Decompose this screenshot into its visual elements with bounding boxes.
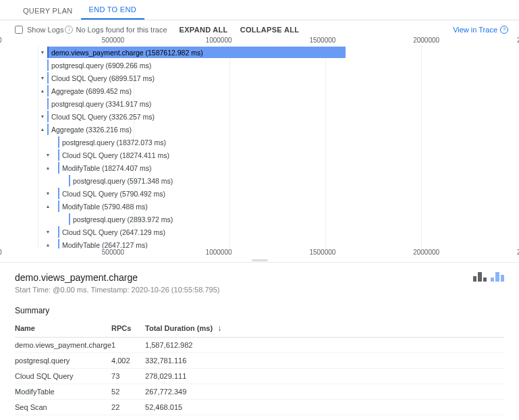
chevron-up-icon[interactable]: ▲ [40,127,45,132]
span-label: demo.views_payment.charge (1587612.982 m… [51,49,203,57]
span-bar[interactable]: Aggregate (3326.216 ms) [47,124,51,135]
show-logs-checkbox[interactable] [15,26,23,34]
span-row[interactable]: ▼Cloud SQL Query (6899.517 ms) [47,72,517,84]
timeline: ▼demo.views_payment.charge (1587612.982 … [38,46,517,248]
cell-name: ModifyTable [15,384,111,400]
span-bar[interactable]: ModifyTable (5790.488 ms) [58,201,62,212]
axis-tick: 1500000 [309,36,335,44]
cell-name: Aggregate [15,415,111,421]
axis-tick: 1000000 [206,36,232,44]
span-row[interactable]: ▼Cloud SQL Query (18274.411 ms) [47,149,517,161]
cell-name: postgresql.query [15,353,111,369]
chevron-up-icon[interactable]: ▲ [40,88,45,93]
span-label: Aggregate (6899.452 ms) [51,87,132,95]
span-row[interactable]: ▼demo.views_payment.charge (1587612.982 … [47,46,517,59]
table-row[interactable]: Cloud SQL Query73278,029.111 [15,369,504,384]
span-row[interactable]: postgresql.query (18372.073 ms) [47,136,517,149]
span-label: Cloud SQL Query (5790.492 ms) [62,190,165,198]
cell-total: 52,468.015 [145,400,504,415]
table-row[interactable]: postgresql.query4,002332,781.116 [15,353,504,369]
cell-name: Cloud SQL Query [15,369,111,384]
span-row[interactable]: ▲ModifyTable (5790.488 ms) [47,200,517,213]
view-in-trace-label: View in Trace [453,26,497,34]
chevron-up-icon[interactable]: ▲ [46,242,51,247]
span-row[interactable]: postgresql.query (2893.972 ms) [47,213,517,226]
cell-total: 278,029.111 [145,369,504,384]
axis-tick: 0 [0,36,2,44]
span-bar[interactable]: ModifyTable (18274.407 ms) [58,162,62,174]
view-in-trace-link[interactable]: View in Trace ? [453,26,508,34]
summary-table: Name RPCs Total Duration (ms) ↓ demo.vie… [15,319,504,420]
table-row[interactable]: ModifyTable52267,772.349 [15,384,504,400]
span-bar[interactable]: Cloud SQL Query (5790.492 ms) [58,188,62,199]
cell-rpcs: 4,002 [111,353,145,369]
span-bar[interactable]: postgresql.query (6909.266 ms) [47,59,51,71]
axis-tick: 1000000 [206,248,232,256]
chevron-up-icon[interactable]: ▲ [46,165,51,170]
table-row[interactable]: Seq Scan2252,468.015 [15,400,504,415]
span-bar[interactable]: ModifyTable (2647.127 ms) [58,239,62,248]
cell-rpcs: 73 [111,369,145,384]
view-mode-dark-icon[interactable] [473,272,487,282]
th-rpcs[interactable]: RPCs [111,319,145,338]
span-row[interactable]: ▼Cloud SQL Query (2647.129 ms) [47,226,517,238]
span-bar[interactable]: demo.views_payment.charge (1587612.982 m… [47,47,346,58]
cell-total: 267,772.349 [145,384,504,400]
axis-tick: 2000000 [413,36,439,44]
table-row[interactable]: Aggregate210,225.668 [15,415,504,421]
chevron-down-icon[interactable]: ▼ [40,114,45,119]
span-label: ModifyTable (5790.488 ms) [62,203,148,211]
collapse-all-button[interactable]: COLLAPSE ALL [240,26,300,34]
span-row[interactable]: postgresql.query (3341.917 ms) [47,97,517,110]
span-bar[interactable]: postgresql.query (3341.917 ms) [47,98,51,109]
axis-tick: 500000 [102,248,124,256]
tab-bar: QUERY PLAN END TO END [0,0,519,20]
span-label: Cloud SQL Query (3326.257 ms) [51,113,155,121]
span-row[interactable]: ▲Aggregate (6899.452 ms) [47,84,517,97]
chevron-down-icon[interactable]: ▼ [46,230,51,234]
th-name[interactable]: Name [15,319,111,338]
span-label: postgresql.query (5971.348 ms) [73,177,173,185]
span-bar[interactable]: Cloud SQL Query (3326.257 ms) [47,111,51,122]
span-bar[interactable]: Cloud SQL Query (2647.129 ms) [58,226,62,238]
detail-title: demo.views_payment.charge [15,272,219,283]
tab-query-plan[interactable]: QUERY PLAN [15,1,81,20]
detail-panel: demo.views_payment.charge Start Time: @0… [0,262,519,420]
span-bar[interactable]: postgresql.query (5971.348 ms) [69,175,73,186]
chevron-down-icon[interactable]: ▼ [46,153,51,157]
no-logs-note: i No Logs found for this trace [65,26,167,34]
span-row[interactable]: postgresql.query (6909.266 ms) [47,59,517,72]
span-row[interactable]: ▼Cloud SQL Query (5790.492 ms) [47,187,517,200]
span-label: postgresql.query (6909.266 ms) [51,61,151,70]
span-bar[interactable]: Cloud SQL Query (6899.517 ms) [47,72,51,84]
span-bar[interactable]: Cloud SQL Query (18274.411 ms) [58,149,62,161]
chevron-down-icon[interactable]: ▼ [40,50,45,55]
chevron-up-icon[interactable]: ▲ [46,204,51,209]
chevron-down-icon[interactable]: ▼ [40,76,45,80]
cell-name: Seq Scan [15,400,111,415]
expand-all-button[interactable]: EXPAND ALL [180,26,228,34]
chevron-down-icon[interactable]: ▼ [46,191,51,196]
info-icon: i [65,26,73,34]
span-label: postgresql.query (2893.972 ms) [73,215,173,224]
span-bar[interactable]: postgresql.query (2893.972 ms) [69,213,73,225]
tab-end-to-end[interactable]: END TO END [81,0,144,20]
toolbar: Show Logs i No Logs found for this trace… [0,20,519,36]
detail-subtitle: Start Time: @0.00 ms. Timestamp: 2020-10… [15,286,219,294]
span-row[interactable]: postgresql.query (5971.348 ms) [47,174,517,187]
span-bar[interactable]: Aggregate (6899.452 ms) [47,85,51,97]
span-label: Aggregate (3326.216 ms) [51,126,132,134]
cell-name: demo.views_payment.charge [15,338,111,353]
span-bar[interactable]: postgresql.query (18372.073 ms) [58,136,62,148]
span-label: postgresql.query (3341.917 ms) [51,100,151,108]
span-row[interactable]: ▲Aggregate (3326.216 ms) [47,123,517,136]
span-row[interactable]: ▲ModifyTable (2647.127 ms) [47,238,517,248]
span-row[interactable]: ▼Cloud SQL Query (3326.257 ms) [47,110,517,123]
span-row[interactable]: ▲ModifyTable (18274.407 ms) [47,161,517,174]
th-total-duration[interactable]: Total Duration (ms) ↓ [145,319,504,338]
view-mode-blue-icon[interactable] [491,272,504,282]
table-row[interactable]: demo.views_payment.charge11,587,612.982 [15,338,504,353]
cell-rpcs: 22 [111,400,145,415]
cell-rpcs: 1 [111,338,145,353]
axis-tick: 500000 [102,36,124,44]
